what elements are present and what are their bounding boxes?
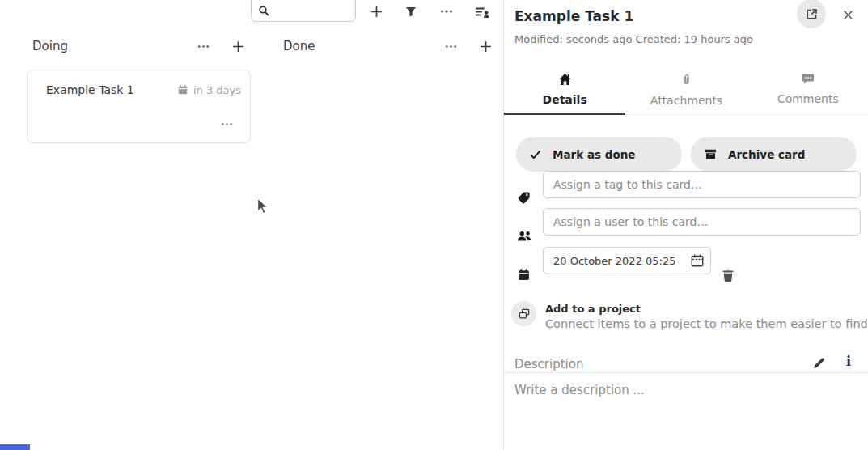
list-person-icon <box>475 5 490 19</box>
tab-label: Comments <box>777 92 839 105</box>
kanban-board: Doing Done <box>0 0 503 450</box>
tab-label: Details <box>543 93 587 106</box>
column-title: Doing <box>32 39 68 53</box>
app-window: Doing Done <box>0 0 868 450</box>
pencil-icon <box>812 356 826 370</box>
close-panel-button[interactable] <box>840 7 855 22</box>
column-add-card-button[interactable] <box>227 36 248 57</box>
filter-icon <box>404 5 417 18</box>
close-icon <box>842 9 854 21</box>
more-icon <box>220 117 234 131</box>
tab-label: Attachments <box>650 94 722 107</box>
check-icon <box>529 148 542 161</box>
board-add-button[interactable] <box>366 1 387 22</box>
plus-icon <box>479 40 493 53</box>
project-icon-circle <box>511 301 536 326</box>
date-picker-button[interactable] <box>690 253 705 268</box>
add-to-project-subtitle: Connect items to a project to make them … <box>545 317 868 330</box>
board-assignees-view-button[interactable] <box>472 1 493 22</box>
paperclip-icon <box>680 73 692 87</box>
more-icon <box>444 40 458 53</box>
archive-icon <box>704 147 718 161</box>
users-icon <box>517 230 532 242</box>
mark-as-done-button[interactable]: Mark as done <box>516 137 682 172</box>
card-due-date: in 3 days <box>177 84 241 96</box>
tab-comments[interactable]: Comments <box>747 68 868 114</box>
column-header-doing: Doing <box>32 36 248 57</box>
tag-icon <box>517 191 531 205</box>
card-menu-button[interactable] <box>216 113 237 134</box>
assign-user-input[interactable] <box>543 208 861 236</box>
description-label: Description <box>514 357 583 371</box>
search-icon <box>258 5 270 17</box>
trash-icon <box>721 268 735 282</box>
search-box <box>251 0 356 22</box>
column-header-done: Done <box>283 36 496 57</box>
stacked-windows-icon <box>518 308 531 321</box>
add-to-project-title: Add to a project <box>545 303 641 315</box>
archive-card-label: Archive card <box>728 148 805 161</box>
description-placeholder[interactable]: Write a description ... <box>514 383 645 397</box>
column-menu-button[interactable] <box>193 36 214 57</box>
task-card[interactable]: Example Task 1 in 3 days <box>27 70 251 143</box>
plus-icon <box>370 5 383 19</box>
task-meta: Modified: seconds ago Created: 19 hours … <box>514 33 753 45</box>
calendar-outline-icon <box>690 253 705 268</box>
card-due-label: in 3 days <box>193 84 241 96</box>
tab-details[interactable]: Details <box>504 68 625 114</box>
description-info-button[interactable]: i <box>841 352 856 370</box>
due-date-input[interactable] <box>543 247 711 274</box>
remove-due-date-button[interactable] <box>721 266 739 284</box>
details-tab-bar: Details Attachments Comments <box>504 68 868 115</box>
edit-description-button[interactable] <box>810 354 828 371</box>
column-title: Done <box>283 39 315 53</box>
task-title: Example Task 1 <box>514 8 633 24</box>
popout-icon <box>805 7 819 21</box>
calendar-icon <box>177 84 188 96</box>
more-icon <box>439 4 454 19</box>
tab-attachments[interactable]: Attachments <box>625 68 747 114</box>
card-title: Example Task 1 <box>46 83 134 96</box>
background-window-fragment <box>0 444 30 450</box>
comment-icon <box>802 73 815 85</box>
task-details-panel: Example Task 1 Modified: seconds ago Cre… <box>503 0 868 450</box>
more-icon <box>197 40 210 53</box>
archive-card-button[interactable]: Archive card <box>691 137 857 172</box>
description-divider <box>504 372 868 373</box>
add-to-project-row[interactable]: Add to a project Connect items to a proj… <box>504 300 868 329</box>
home-icon <box>558 73 572 86</box>
board-menu-button[interactable] <box>436 1 457 22</box>
plus-icon <box>231 40 245 53</box>
assign-tag-input[interactable] <box>543 171 861 198</box>
open-in-window-button[interactable] <box>797 0 826 28</box>
column-menu-button[interactable] <box>440 36 461 57</box>
column-add-card-button[interactable] <box>475 36 496 57</box>
calendar-icon <box>517 268 531 282</box>
board-filter-button[interactable] <box>400 1 421 22</box>
mark-as-done-label: Mark as done <box>553 148 635 161</box>
